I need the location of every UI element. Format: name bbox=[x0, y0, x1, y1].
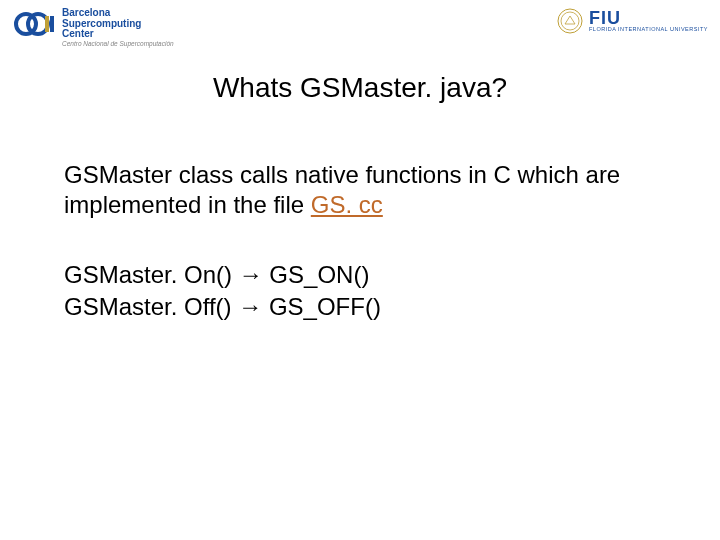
slide-title: Whats GSMaster. java? bbox=[0, 72, 720, 104]
slide-body: GSMaster class calls native functions in… bbox=[64, 160, 656, 324]
paragraph-1: GSMaster class calls native functions in… bbox=[64, 160, 656, 220]
bsc-name-line3: Center bbox=[62, 29, 174, 40]
svg-point-4 bbox=[558, 9, 582, 33]
header: Barcelona Supercomputing Center Centro N… bbox=[12, 8, 708, 56]
svg-rect-2 bbox=[45, 16, 49, 32]
fiu-seal-icon bbox=[557, 8, 583, 34]
fiu-acronym: FIU bbox=[589, 9, 621, 27]
svg-rect-3 bbox=[50, 16, 54, 32]
slide: Barcelona Supercomputing Center Centro N… bbox=[0, 0, 720, 540]
fiu-logo: FIU FLORIDA INTERNATIONAL UNIVERSITY bbox=[557, 8, 708, 34]
para1-link: GS. cc bbox=[311, 191, 383, 218]
svg-point-5 bbox=[561, 12, 579, 30]
bsc-mark-icon bbox=[12, 8, 56, 40]
bsc-text: Barcelona Supercomputing Center Centro N… bbox=[62, 8, 174, 47]
bsc-subtitle: Centro Nacional de Supercomputación bbox=[62, 41, 174, 48]
fiu-fullname: FLORIDA INTERNATIONAL UNIVERSITY bbox=[589, 27, 708, 33]
mapping-line-1: GSMaster. On() → GS_ON() bbox=[64, 260, 656, 290]
mapping-line-2: GSMaster. Off() → GS_OFF() bbox=[64, 292, 656, 322]
fiu-text: FIU FLORIDA INTERNATIONAL UNIVERSITY bbox=[589, 9, 708, 33]
bsc-name-line1: Barcelona bbox=[62, 8, 174, 19]
bsc-logo: Barcelona Supercomputing Center Centro N… bbox=[12, 8, 174, 47]
